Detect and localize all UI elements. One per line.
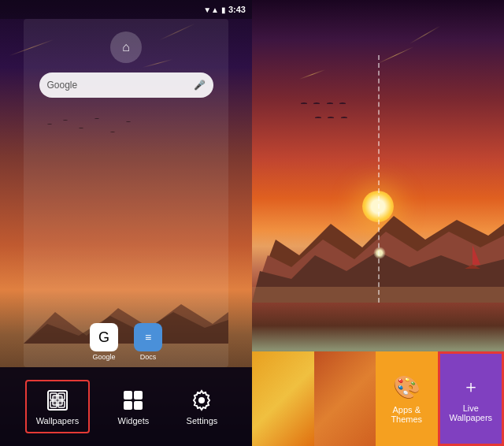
bird-2 (63, 120, 68, 121)
svg-rect-9 (134, 391, 143, 400)
docs-app-icon: ≡ Docs (134, 323, 162, 361)
svg-marker-17 (472, 245, 480, 265)
left-bottom-menu: Wallpapers Widgets Setting (0, 367, 252, 446)
live-wallpapers-option[interactable]: ＋ LiveWallpapers (438, 351, 505, 446)
settings-label: Settings (187, 416, 218, 426)
bird-4 (94, 118, 99, 120)
bird-3 (79, 128, 83, 129)
apps-themes-icon: 🎨 (393, 374, 421, 400)
home-icon: ⌂ (110, 32, 142, 63)
wallpaper-options-bar: 🎨 Apps &Themes ＋ LiveWallpapers (252, 351, 504, 446)
r-bird-1 (301, 102, 307, 105)
shooting-star-3 (410, 26, 440, 44)
svg-rect-8 (124, 391, 132, 400)
google-logo: G (98, 329, 109, 346)
mockup-app-icons: G Google ≡ Docs (24, 323, 228, 361)
bird-5 (110, 132, 115, 133)
settings-icon-svg (191, 389, 213, 411)
widgets-icon (120, 388, 146, 413)
docs-logo: ≡ (145, 331, 151, 344)
birds-area (24, 112, 228, 159)
wallpapers-icon-svg (46, 389, 69, 411)
wallpaper-thumbnail-1[interactable] (252, 351, 314, 446)
live-wallpapers-label: LiveWallpapers (449, 403, 492, 422)
svg-point-12 (198, 397, 205, 403)
left-time: 3:43 (228, 5, 246, 14)
search-bar-mockup: Google 🎤 (39, 72, 213, 98)
right-birds-group (299, 95, 349, 123)
left-phone-panel: ▼▲ ▮ 3:43 ⌂ Google 🎤 (0, 0, 252, 446)
google-app-icon: G Google (90, 323, 118, 361)
settings-menu-item[interactable]: Settings (177, 381, 228, 432)
r-bird-7 (341, 117, 347, 119)
r-bird-2 (313, 102, 320, 105)
wallpaper-thumbnail-2[interactable] (314, 351, 376, 446)
r-bird-4 (339, 102, 346, 105)
right-wallpaper-background (252, 0, 504, 397)
shooting-star-2 (299, 69, 325, 80)
wallpapers-label: Wallpapers (36, 416, 80, 426)
apps-themes-option[interactable]: 🎨 Apps &Themes (376, 351, 438, 446)
svg-rect-7 (53, 396, 62, 405)
left-signal-icon: ▼▲ (203, 6, 219, 14)
settings-icon (189, 388, 214, 413)
bird-6 (126, 121, 131, 123)
preview-divider-line (378, 55, 380, 303)
left-status-bar: ▼▲ ▮ 3:43 (0, 0, 252, 19)
svg-rect-10 (124, 401, 132, 410)
right-phone-panel: ▼▲ ▮ 3:43 ✓ Set wallpaper ⋮ ⧉ 🎨 Apps &Th… (252, 0, 504, 446)
docs-label: Docs (140, 353, 157, 361)
left-battery-icon: ▮ (221, 6, 226, 14)
widgets-label: Widgets (118, 416, 150, 426)
search-text: Google (47, 80, 78, 91)
shooting-star-1 (378, 46, 414, 64)
wallpapers-menu-item[interactable]: Wallpapers (25, 380, 91, 433)
svg-rect-11 (134, 401, 143, 410)
r-bird-6 (328, 117, 334, 119)
sailboat-svg (465, 245, 480, 273)
apps-themes-label: Apps &Themes (391, 405, 422, 424)
sailboat (465, 245, 480, 273)
mic-icon: 🎤 (194, 80, 206, 91)
docs-icon-bg: ≡ (134, 323, 162, 351)
r-bird-3 (327, 102, 333, 105)
google-label: Google (92, 353, 115, 361)
r-bird-5 (315, 117, 321, 119)
wallpapers-icon (45, 388, 70, 413)
left-status-icons: ▼▲ ▮ 3:43 (203, 5, 246, 14)
live-wallpapers-icon: ＋ (462, 375, 480, 399)
bird-1 (47, 124, 52, 125)
google-icon-bg: G (90, 323, 118, 351)
home-screen-mockup: ⌂ Google 🎤 G (24, 19, 228, 367)
svg-marker-18 (465, 265, 480, 269)
home-symbol: ⌂ (122, 40, 130, 54)
widgets-menu-item[interactable]: Widgets (109, 381, 159, 432)
widgets-icon-svg (122, 389, 144, 411)
